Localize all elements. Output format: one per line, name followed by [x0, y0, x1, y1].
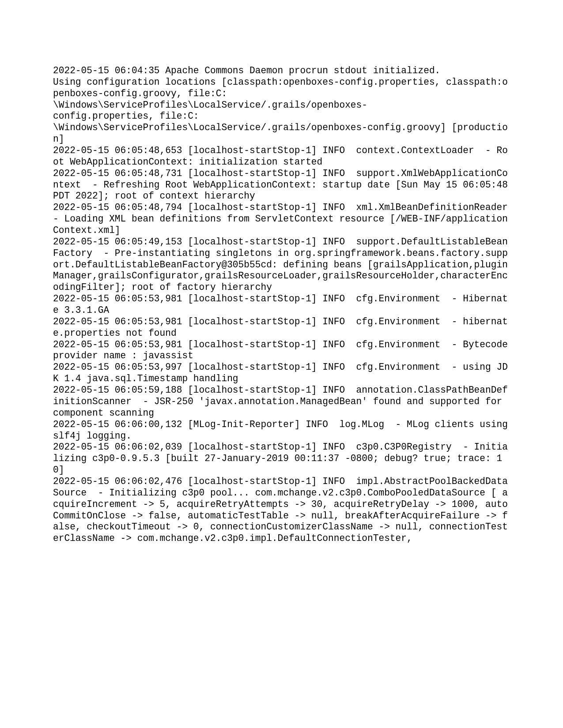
log-output: 2022-05-15 06:04:35 Apache Commons Daemo… [0, 0, 563, 728]
